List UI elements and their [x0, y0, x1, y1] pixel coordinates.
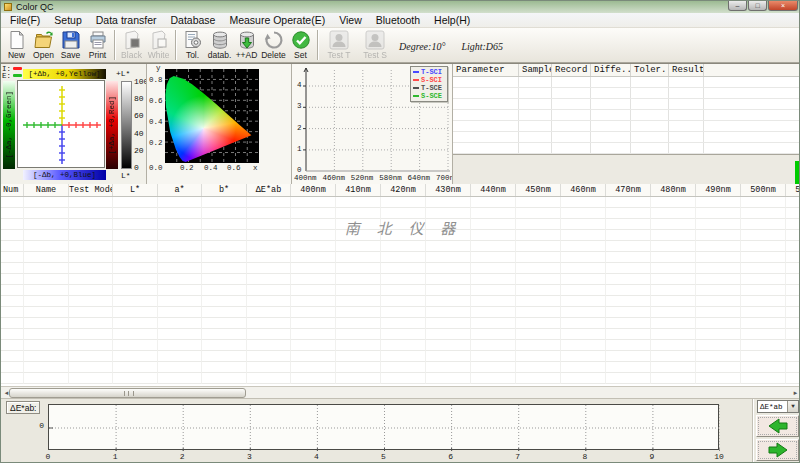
toolbar-button-tol[interactable]: Tol. [179, 29, 206, 60]
window-controls: – □ × [728, 1, 798, 11]
data-table-cell [606, 362, 651, 373]
menu-bar: File(F)SetupData transferDatabaseMeasure… [1, 13, 800, 28]
data-table-cell [741, 219, 786, 230]
delta-e-button[interactable]: ΔE*ab: [6, 401, 40, 414]
data-table-cell [786, 208, 800, 219]
data-table-cell [471, 197, 516, 208]
data-table-cell [426, 197, 471, 208]
results-table-cell [669, 99, 704, 109]
trend-grid [49, 405, 720, 451]
results-table-cell [552, 99, 591, 109]
data-table-cell [158, 241, 202, 252]
data-table-cell [696, 329, 741, 340]
data-table-cell [741, 252, 786, 263]
toolbar-button-test-s: Test S [357, 29, 393, 60]
data-table-cell [516, 318, 561, 329]
data-table-cell [426, 252, 471, 263]
bottom-separator [752, 399, 753, 463]
data-table-cell [247, 208, 291, 219]
toolbar-button-new[interactable]: New [3, 29, 30, 60]
data-table-cell [696, 263, 741, 274]
maximize-button[interactable]: □ [748, 1, 767, 11]
data-table-cell [202, 274, 247, 285]
menu-item-measure-operate-e[interactable]: Measure Operate(E) [222, 14, 332, 26]
window-title: Color QC [16, 1, 54, 13]
color-difference-panel: I: E: [+Δb, +0,Yellow] [-Δa, -0,Green] [… [1, 64, 147, 185]
results-table-cell [519, 132, 552, 142]
data-table-cell [113, 219, 158, 230]
data-table-cell [516, 340, 561, 351]
menu-item-bluetooth[interactable]: Bluetooth [369, 14, 427, 26]
menu-item-file-f[interactable]: File(F) [3, 14, 47, 26]
data-table-cell [741, 241, 786, 252]
toolbar-button-label: New [8, 50, 25, 60]
data-table-cell [516, 263, 561, 274]
data-table-cell [651, 340, 696, 351]
data-table-cell [247, 263, 291, 274]
toolbar-button-label: ++AD [236, 50, 258, 60]
toolbar-button-set[interactable]: Set [287, 29, 314, 60]
data-table-cell [336, 252, 381, 263]
horizontal-scrollbar[interactable]: ◄ ► [1, 386, 800, 398]
data-table-cell [158, 351, 202, 362]
color-qc-window: Color QC – □ × File(F)SetupData transfer… [0, 0, 800, 463]
toolbar-button-delete[interactable]: Delete [260, 29, 287, 60]
scroll-right-arrow-icon[interactable]: ► [790, 388, 800, 398]
results-table-cell [704, 132, 800, 142]
menu-item-setup[interactable]: Setup [47, 14, 88, 26]
legend-dash-icon [413, 95, 419, 97]
results-table-cell [591, 110, 631, 120]
chevron-down-icon: ▼ [787, 401, 798, 412]
results-table-cell [519, 88, 552, 98]
results-table-row [453, 110, 800, 121]
data-table-cell [426, 362, 471, 373]
toolbar-button-open[interactable]: Open [30, 29, 57, 60]
toolbar-button-print[interactable]: Print [84, 29, 111, 60]
sample-color-swatch [13, 74, 22, 77]
data-table-cell [24, 274, 69, 285]
data-table-cell [69, 230, 113, 241]
data-table-cell [69, 197, 113, 208]
data-column-header-460nm: 460nm [561, 184, 606, 196]
close-button[interactable]: × [768, 1, 798, 11]
data-table-cell [561, 241, 606, 252]
next-record-button[interactable] [756, 439, 799, 461]
spectral-y-tick: 3 [297, 102, 302, 110]
minimize-button[interactable]: – [728, 1, 747, 11]
data-table-cell [381, 241, 426, 252]
data-table-cell [247, 329, 291, 340]
menu-item-data-transfer[interactable]: Data transfer [89, 14, 164, 26]
menu-item-database[interactable]: Database [163, 14, 222, 26]
data-table-header: NumNameTest ModeL*a*b*ΔE*ab400nm410nm420… [1, 184, 800, 197]
data-table-cell [651, 197, 696, 208]
data-table-cell [471, 351, 516, 362]
data-table-cell [202, 263, 247, 274]
l-scale-tick: 40 [134, 129, 147, 138]
data-table-cell [69, 373, 113, 384]
results-table-cell [552, 77, 591, 87]
data-table-cell [202, 285, 247, 296]
toolbar-button-datab[interactable]: datab. [206, 29, 233, 60]
data-table-cell [202, 296, 247, 307]
metric-dropdown[interactable]: ΔE*ab ▼ [757, 400, 799, 413]
data-table-cell [516, 197, 561, 208]
toolbar-button-save[interactable]: Save [57, 29, 84, 60]
results-table-row [453, 143, 800, 154]
data-column-header-420nm: 420nm [381, 184, 426, 196]
menu-item-view[interactable]: View [332, 14, 369, 26]
results-table-header: ParameterSampleRecordDiffe...Toler...Res… [453, 64, 800, 77]
previous-record-button[interactable] [756, 415, 799, 437]
data-table-cell [113, 373, 158, 384]
data-table-cell [561, 296, 606, 307]
trend-chart-section: ΔE*ab: 0 ΔE*ab ▼ 012345678910 [1, 398, 800, 463]
trend-x-tick: 0 [40, 452, 56, 461]
data-table-cell [561, 274, 606, 285]
scrollbar-thumb[interactable] [9, 388, 246, 398]
data-column-header-450nm: 450nm [516, 184, 561, 196]
menu-item-help-h[interactable]: Help(H) [427, 14, 477, 26]
data-table-cell [247, 252, 291, 263]
toolbar-button-ad[interactable]: ++AD [233, 29, 260, 60]
data-table-cell [471, 373, 516, 384]
title-bar[interactable]: Color QC – □ × [1, 1, 800, 13]
results-table-row [453, 132, 800, 143]
